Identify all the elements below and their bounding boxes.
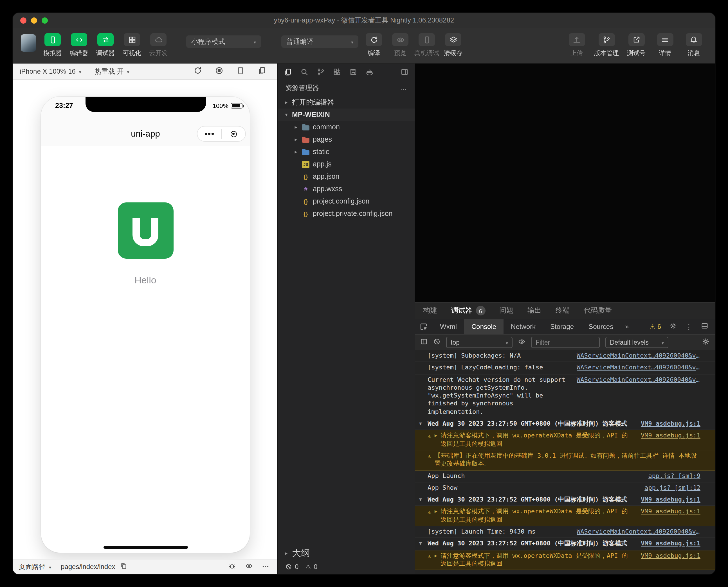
source-link[interactable]: VM9 asdebug.js:1: [635, 420, 701, 428]
console-sidebar-icon[interactable]: [420, 337, 428, 347]
phone-frame[interactable]: 23:27 100% uni-app: [41, 97, 250, 553]
kebab-menu-icon[interactable]: ⋮: [685, 323, 692, 331]
source-link[interactable]: VM9 asdebug.js:1: [635, 508, 701, 516]
tree-row[interactable]: ▸ common: [278, 121, 415, 133]
version-button[interactable]: 版本管理: [593, 33, 620, 57]
gear-icon[interactable]: [669, 322, 677, 331]
device-icon[interactable]: [236, 66, 245, 76]
inspect-icon[interactable]: [415, 319, 433, 334]
branch-icon[interactable]: [317, 68, 325, 76]
source-link[interactable]: WAServiceMainContext…409260040&v=3.0.1:1: [571, 364, 701, 372]
filter-input[interactable]: [531, 336, 600, 348]
devtools-tab[interactable]: Storage: [543, 319, 581, 334]
tree-caret-icon[interactable]: ▸: [283, 550, 289, 556]
save-icon[interactable]: [349, 68, 357, 76]
search-icon[interactable]: [300, 68, 308, 76]
debugger-tab[interactable]: 问题: [499, 306, 514, 315]
source-link[interactable]: WAServiceMainContext…409260040&v=3.0.1:1: [571, 528, 701, 536]
source-link[interactable]: app.js? [sm]:12: [639, 484, 701, 492]
build-select[interactable]: 普通编译: [281, 36, 358, 48]
upload-button[interactable]: 上传: [564, 33, 589, 57]
log-levels-select[interactable]: Default levels: [605, 336, 668, 348]
docker-icon[interactable]: [366, 68, 373, 76]
simulator-button[interactable]: 模拟器: [39, 33, 66, 57]
clear-cache-button[interactable]: 清缓存: [440, 33, 467, 57]
page-path-select[interactable]: 页面路径: [19, 562, 51, 571]
debugger-tab[interactable]: 构建: [423, 306, 437, 315]
debugger-tab[interactable]: 调试器 6: [451, 306, 485, 315]
tree-caret-icon[interactable]: ▾: [283, 112, 289, 118]
clear-console-icon[interactable]: [433, 337, 440, 347]
expand-caret-icon[interactable]: ▼: [419, 540, 424, 547]
console-settings-gear-icon[interactable]: [702, 337, 709, 347]
debugger-tab[interactable]: 输出: [527, 306, 542, 315]
device-select[interactable]: iPhone X 100% 16: [20, 68, 81, 75]
outline-row[interactable]: ▸ 大纲: [278, 547, 415, 560]
mode-select[interactable]: 小程序模式: [186, 36, 261, 48]
preview-button[interactable]: 预览: [387, 33, 413, 57]
tree-row[interactable]: project.config.json: [278, 195, 415, 208]
refresh-icon[interactable]: [194, 66, 202, 76]
test-account-button[interactable]: 测试号: [624, 33, 649, 57]
minimize-window-button[interactable]: [31, 18, 37, 24]
tree-row[interactable]: app.json: [278, 170, 415, 183]
source-link[interactable]: VM9 asdebug.js:1: [635, 496, 701, 504]
files-icon[interactable]: [284, 68, 292, 76]
expand-caret-icon[interactable]: ▶: [435, 432, 437, 439]
more-icon[interactable]: ⋯: [262, 563, 270, 571]
error-counter[interactable]: 0: [285, 563, 298, 571]
expand-caret-icon[interactable]: ▼: [419, 496, 424, 503]
tree-row[interactable]: app.wxss: [278, 183, 415, 195]
multi-window-icon[interactable]: [258, 66, 266, 76]
cloud-dev-button[interactable]: 云开发: [145, 33, 172, 57]
issues-counter[interactable]: ⚠ 6: [650, 323, 661, 330]
dock-icon[interactable]: [701, 322, 708, 331]
tree-row[interactable]: ▸ 打开的编辑器: [278, 96, 415, 109]
capsule-home-button[interactable]: [222, 126, 245, 141]
zoom-window-button[interactable]: [42, 18, 48, 24]
debugger-tab[interactable]: 代码质量: [584, 306, 612, 315]
split-panel-icon[interactable]: [401, 68, 408, 76]
source-link[interactable]: app.js? [sm]:9: [643, 472, 701, 480]
user-avatar[interactable]: [21, 34, 36, 52]
hot-reload-toggle[interactable]: 热重载 开: [95, 67, 130, 76]
debugger-tab[interactable]: 终端: [555, 306, 570, 315]
source-link[interactable]: VM9 asdebug.js:1: [635, 432, 701, 440]
tree-caret-icon[interactable]: ▸: [293, 137, 299, 142]
tree-row[interactable]: app.js: [278, 158, 415, 170]
expand-caret-icon[interactable]: ▶: [435, 508, 437, 515]
source-link[interactable]: VM9 asdebug.js:1: [635, 540, 701, 548]
debug-icon[interactable]: [228, 562, 236, 571]
source-link[interactable]: WAServiceMainContext…409260040&v=3.0.1:1: [571, 376, 701, 384]
expand-caret-icon[interactable]: ▼: [419, 420, 424, 427]
extensions-icon[interactable]: [333, 68, 341, 76]
copy-icon[interactable]: [120, 562, 127, 571]
context-select[interactable]: top: [446, 336, 513, 348]
messages-button[interactable]: 消息: [681, 33, 706, 57]
live-expression-eye-icon[interactable]: [518, 337, 525, 347]
tree-caret-icon[interactable]: ▸: [283, 99, 289, 105]
visual-button[interactable]: 可视化: [119, 33, 145, 57]
tree-row[interactable]: ▸ pages: [278, 133, 415, 146]
source-link[interactable]: WAServiceMainContext…409260040&v=3.0.1:1: [571, 352, 701, 360]
devtools-tab[interactable]: Console: [464, 319, 503, 334]
record-icon[interactable]: [215, 66, 223, 76]
expand-caret-icon[interactable]: ▶: [435, 552, 437, 559]
tree-caret-icon[interactable]: ▸: [293, 124, 299, 130]
close-window-button[interactable]: [20, 18, 26, 24]
expand-caret-icon[interactable]: >: [419, 572, 424, 574]
devtools-tab[interactable]: Wxml: [433, 319, 464, 334]
more-actions-icon[interactable]: …: [400, 84, 407, 92]
capsule-more-button[interactable]: [198, 126, 221, 141]
editor-button[interactable]: 编辑器: [66, 33, 92, 57]
console-log[interactable]: [system] Subpackages: N/A WAServiceMainC…: [415, 350, 715, 574]
tree-row[interactable]: ▾ MP-WEIXIN: [278, 109, 415, 121]
devtools-tab[interactable]: Network: [503, 319, 543, 334]
warning-counter[interactable]: ⚠ 0: [305, 563, 317, 571]
tree-caret-icon[interactable]: ▸: [293, 149, 299, 155]
devtools-tab[interactable]: Sources: [581, 319, 620, 334]
debugger-button[interactable]: 调试器: [92, 33, 119, 57]
eye-icon[interactable]: [245, 562, 253, 571]
tree-row[interactable]: ▸ static: [278, 146, 415, 158]
devtools-tab[interactable]: »: [620, 319, 633, 334]
